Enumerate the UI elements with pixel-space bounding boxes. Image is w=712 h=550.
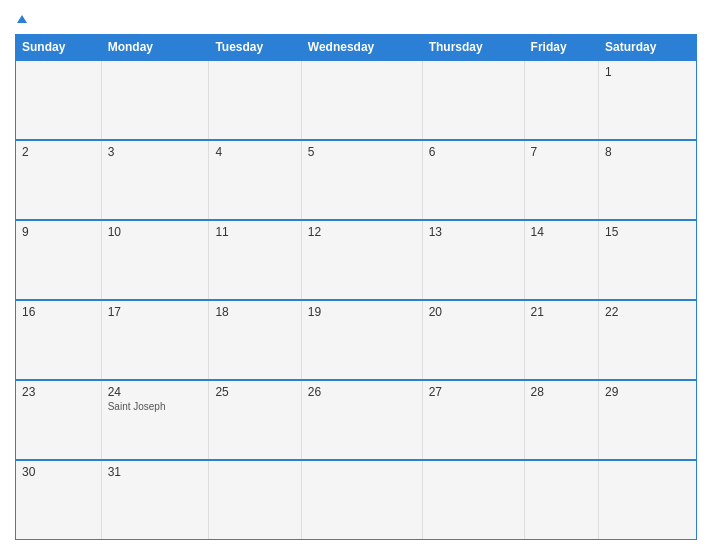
calendar-cell: 6 [422, 140, 524, 220]
weekday-header-thursday: Thursday [422, 35, 524, 61]
calendar-cell [599, 460, 697, 540]
calendar-cell: 27 [422, 380, 524, 460]
calendar-cell: 30 [16, 460, 102, 540]
day-number: 27 [429, 385, 518, 399]
day-number: 6 [429, 145, 518, 159]
calendar-cell: 13 [422, 220, 524, 300]
calendar-cell: 28 [524, 380, 599, 460]
weekday-header-monday: Monday [101, 35, 209, 61]
calendar-cell: 4 [209, 140, 301, 220]
day-number: 23 [22, 385, 95, 399]
calendar-cell: 31 [101, 460, 209, 540]
calendar-cell: 18 [209, 300, 301, 380]
day-number: 26 [308, 385, 416, 399]
calendar-week-row: 9101112131415 [16, 220, 697, 300]
day-number: 31 [108, 465, 203, 479]
calendar-cell: 3 [101, 140, 209, 220]
calendar-cell: 15 [599, 220, 697, 300]
calendar-cell: 17 [101, 300, 209, 380]
calendar-cell: 9 [16, 220, 102, 300]
day-number: 29 [605, 385, 690, 399]
calendar-cell: 23 [16, 380, 102, 460]
calendar-cell [422, 60, 524, 140]
weekday-header-wednesday: Wednesday [301, 35, 422, 61]
day-number: 18 [215, 305, 294, 319]
calendar-cell: 22 [599, 300, 697, 380]
calendar-cell: 5 [301, 140, 422, 220]
holiday-label: Saint Joseph [108, 401, 203, 412]
day-number: 2 [22, 145, 95, 159]
day-number: 24 [108, 385, 203, 399]
calendar-cell: 26 [301, 380, 422, 460]
day-number: 1 [605, 65, 690, 79]
calendar-cell: 11 [209, 220, 301, 300]
logo-triangle-icon [17, 15, 27, 23]
calendar-cell [301, 460, 422, 540]
calendar-week-row: 2345678 [16, 140, 697, 220]
day-number: 7 [531, 145, 593, 159]
day-number: 10 [108, 225, 203, 239]
day-number: 14 [531, 225, 593, 239]
calendar-header [15, 10, 697, 26]
calendar-week-row: 2324Saint Joseph2526272829 [16, 380, 697, 460]
logo [15, 10, 27, 26]
day-number: 11 [215, 225, 294, 239]
day-number: 19 [308, 305, 416, 319]
logo-blue-text [15, 10, 27, 26]
weekday-header-friday: Friday [524, 35, 599, 61]
day-number: 20 [429, 305, 518, 319]
calendar-cell [209, 60, 301, 140]
calendar-cell: 10 [101, 220, 209, 300]
day-number: 9 [22, 225, 95, 239]
calendar-cell: 24Saint Joseph [101, 380, 209, 460]
day-number: 3 [108, 145, 203, 159]
weekday-header-tuesday: Tuesday [209, 35, 301, 61]
calendar-cell: 20 [422, 300, 524, 380]
calendar-cell [422, 460, 524, 540]
day-number: 16 [22, 305, 95, 319]
calendar-week-row: 3031 [16, 460, 697, 540]
calendar-cell [16, 60, 102, 140]
calendar-cell: 29 [599, 380, 697, 460]
day-number: 12 [308, 225, 416, 239]
day-number: 8 [605, 145, 690, 159]
day-number: 21 [531, 305, 593, 319]
calendar-cell: 14 [524, 220, 599, 300]
calendar-cell [209, 460, 301, 540]
day-number: 15 [605, 225, 690, 239]
calendar-cell [101, 60, 209, 140]
calendar-table: SundayMondayTuesdayWednesdayThursdayFrid… [15, 34, 697, 540]
calendar-cell: 19 [301, 300, 422, 380]
day-number: 5 [308, 145, 416, 159]
weekday-header-sunday: Sunday [16, 35, 102, 61]
calendar-cell: 8 [599, 140, 697, 220]
calendar-cell [524, 460, 599, 540]
calendar-cell: 16 [16, 300, 102, 380]
day-number: 22 [605, 305, 690, 319]
calendar-cell: 7 [524, 140, 599, 220]
calendar-cell [301, 60, 422, 140]
calendar-cell [524, 60, 599, 140]
day-number: 13 [429, 225, 518, 239]
weekday-header-row: SundayMondayTuesdayWednesdayThursdayFrid… [16, 35, 697, 61]
calendar-cell: 2 [16, 140, 102, 220]
calendar-cell: 25 [209, 380, 301, 460]
day-number: 28 [531, 385, 593, 399]
calendar-cell: 1 [599, 60, 697, 140]
calendar-cell: 12 [301, 220, 422, 300]
calendar-week-row: 16171819202122 [16, 300, 697, 380]
day-number: 17 [108, 305, 203, 319]
day-number: 30 [22, 465, 95, 479]
calendar-cell: 21 [524, 300, 599, 380]
day-number: 4 [215, 145, 294, 159]
day-number: 25 [215, 385, 294, 399]
weekday-header-saturday: Saturday [599, 35, 697, 61]
calendar-week-row: 1 [16, 60, 697, 140]
